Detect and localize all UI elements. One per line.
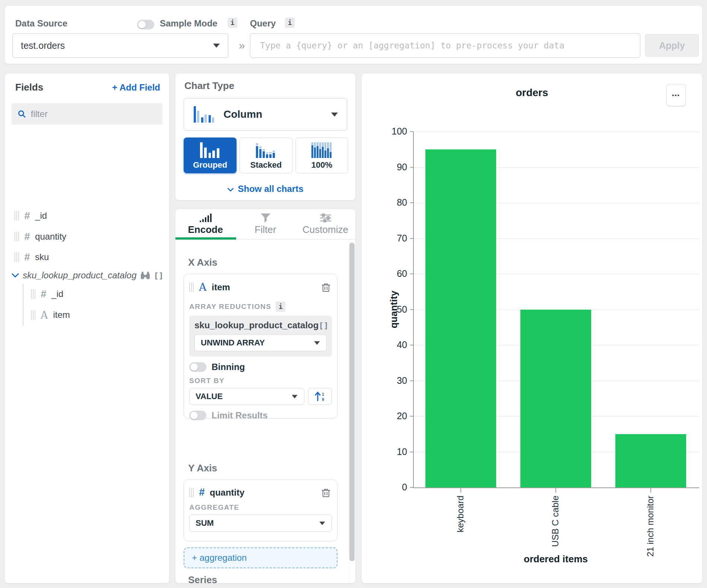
- drag-handle-icon[interactable]: [15, 232, 19, 241]
- field-row-nested-id[interactable]: # _id: [31, 287, 63, 301]
- bar-keyboard[interactable]: [425, 149, 496, 487]
- y-tick-mark: [410, 238, 413, 239]
- number-field-icon: #: [24, 210, 30, 222]
- chevron-down-icon: [213, 44, 220, 48]
- show-all-charts-link[interactable]: Show all charts: [175, 184, 355, 194]
- variant-grouped-button[interactable]: Grouped: [184, 137, 237, 173]
- number-field-icon: #: [41, 288, 46, 300]
- x-tick-mark: [650, 488, 651, 493]
- sample-mode-info-icon[interactable]: i: [228, 18, 237, 28]
- tab-label: Customize: [302, 224, 348, 235]
- y-tick-mark: [410, 416, 413, 417]
- drag-handle-icon[interactable]: [31, 310, 35, 320]
- array-reductions-info-icon[interactable]: i: [276, 301, 285, 312]
- unwind-array-select[interactable]: UNWIND ARRAY: [194, 334, 327, 351]
- query-label: Query: [250, 18, 276, 29]
- y-tick-label: 40: [381, 339, 407, 350]
- show-all-charts-label: Show all charts: [238, 184, 303, 194]
- y-gridline: [413, 132, 699, 132]
- number-field-icon: #: [24, 231, 30, 243]
- data-source-label: Data Source: [15, 18, 67, 29]
- scrollbar-thumb[interactable]: [349, 243, 355, 561]
- sample-mode-toggle[interactable]: [137, 20, 154, 29]
- variant-stacked-button[interactable]: Stacked: [240, 137, 292, 173]
- data-source-select[interactable]: test.orders: [12, 33, 228, 58]
- variant-100-button[interactable]: 100%: [295, 137, 348, 173]
- sort-by-label: SORT BY: [189, 377, 225, 385]
- trash-icon[interactable]: [321, 488, 330, 497]
- limit-results-toggle[interactable]: [189, 411, 206, 420]
- tab-encode[interactable]: Encode: [175, 209, 235, 240]
- lookup-binoculars-icon: [140, 271, 150, 279]
- search-icon: [18, 109, 26, 119]
- y-axis-line: [413, 132, 414, 487]
- aggregate-select[interactable]: SUM: [189, 515, 332, 532]
- query-input[interactable]: [250, 33, 640, 58]
- grouped-column-icon: [199, 142, 222, 159]
- x-axis-field: item: [212, 282, 316, 293]
- svg-text:1: 1: [322, 392, 324, 396]
- percent-column-icon: [310, 142, 333, 159]
- query-bar: Data Source Sample Mode i Query i test.o…: [4, 5, 703, 64]
- field-label: _id: [35, 211, 47, 221]
- bar-21-inch-monitor[interactable]: [615, 434, 686, 487]
- unwind-array-value: UNWIND ARRAY: [201, 338, 314, 348]
- bar-USB-C-cable[interactable]: [520, 310, 591, 488]
- x-tick-mark: [460, 488, 461, 493]
- column-chart-icon: [193, 105, 215, 124]
- nesting-guide-line: [23, 284, 23, 326]
- tab-customize[interactable]: Customize: [295, 209, 355, 240]
- encode-panel: Encode Filter Customize X Axis: [175, 209, 356, 584]
- array-type-icon: []: [318, 321, 329, 330]
- drag-handle-icon[interactable]: [15, 211, 19, 221]
- drag-handle-icon[interactable]: [31, 289, 35, 299]
- limit-results-label: Limit Results: [212, 410, 268, 421]
- variant-label: Grouped: [193, 160, 227, 170]
- array-reductions-label: ARRAY REDUCTIONS: [189, 303, 271, 311]
- sample-mode-label: Sample Mode: [160, 18, 218, 29]
- field-filter-input[interactable]: [31, 109, 156, 119]
- y-tick-label: 100: [381, 126, 407, 137]
- fields-panel: Fields + Add Field # _id # quantity # sk…: [4, 73, 169, 584]
- x-axis-title: ordered items: [413, 553, 698, 565]
- sliders-icon: [320, 214, 331, 222]
- field-row-sku-lookup[interactable]: sku_lookup_product_catalog []: [12, 268, 164, 283]
- field-row-sku[interactable]: # sku: [15, 250, 49, 265]
- field-filter-box[interactable]: [12, 103, 162, 125]
- sort-direction-button[interactable]: 1 9: [308, 388, 332, 405]
- encode-tabs: Encode Filter Customize: [175, 209, 355, 240]
- add-aggregation-label: + aggregation: [192, 553, 247, 563]
- tab-filter[interactable]: Filter: [235, 209, 295, 240]
- field-row-nested-item[interactable]: A item: [31, 307, 70, 322]
- y-axis-heading: Y Axis: [188, 462, 217, 474]
- scrollbar[interactable]: [349, 242, 355, 580]
- drag-handle-icon[interactable]: [15, 252, 19, 262]
- number-field-icon: #: [199, 487, 205, 498]
- variant-label: 100%: [311, 160, 332, 170]
- chevron-down-icon: [319, 521, 325, 525]
- drag-handle-icon[interactable]: [189, 282, 194, 292]
- apply-button[interactable]: Apply: [645, 34, 699, 57]
- y-tick-label: 90: [381, 162, 407, 173]
- stacked-column-icon: [254, 142, 278, 159]
- string-field-icon: A: [199, 281, 206, 293]
- binning-toggle[interactable]: [189, 362, 206, 372]
- drag-handle-icon[interactable]: [189, 488, 194, 497]
- add-field-button[interactable]: + Add Field: [112, 82, 160, 93]
- y-tick-mark: [410, 345, 413, 345]
- y-tick-label: 70: [381, 233, 407, 244]
- x-tick-label: 21 inch monitor: [645, 496, 656, 557]
- add-aggregation-button[interactable]: + aggregation: [184, 547, 337, 568]
- chevron-down-icon[interactable]: [12, 273, 19, 278]
- sort-by-select[interactable]: VALUE: [189, 388, 304, 405]
- field-row-quantity[interactable]: # quantity: [15, 229, 66, 244]
- trash-icon[interactable]: [321, 282, 330, 292]
- field-label: item: [53, 310, 70, 320]
- svg-text:9: 9: [322, 397, 324, 402]
- tab-label: Encode: [188, 224, 223, 235]
- query-info-icon[interactable]: i: [285, 18, 295, 28]
- field-label: sku_lookup_product_catalog: [23, 270, 137, 281]
- chart-type-select[interactable]: Column: [184, 98, 347, 131]
- field-row-id[interactable]: # _id: [15, 208, 47, 223]
- sort-by-value: VALUE: [196, 392, 291, 401]
